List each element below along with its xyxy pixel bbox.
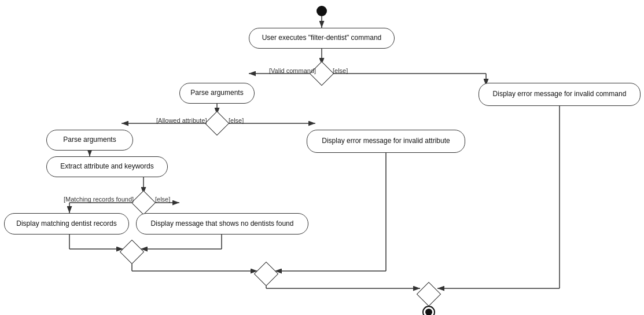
label-else-match: [else] (155, 196, 170, 203)
label-matching-found: [Matching records found] (64, 196, 134, 203)
display-matching-node: Display matching dentist records (4, 213, 129, 235)
label-valid-command: [Valid command] (269, 67, 316, 74)
label-else-command: [else] (333, 67, 348, 74)
activity-diagram: User executes "filter-dentist" command [… (0, 0, 644, 315)
display-no-dentists-node: Display message that shows no dentists f… (136, 213, 308, 235)
start-node (317, 6, 327, 16)
extract-attr-node: Extract attribute and keywords (46, 156, 168, 177)
parse-args-2-node: Parse arguments (46, 130, 133, 151)
end-node (422, 306, 435, 315)
display-invalid-command-node: Display error message for invalid comman… (479, 83, 641, 106)
label-allowed-attr: [Allowed attribute] (156, 117, 207, 124)
parse-args-1-node: Parse arguments (179, 83, 255, 104)
label-else-attr: [else] (229, 117, 244, 124)
user-executes-node: User executes "filter-dentist" command (249, 28, 395, 49)
display-invalid-attr-node: Display error message for invalid attrib… (307, 130, 465, 153)
